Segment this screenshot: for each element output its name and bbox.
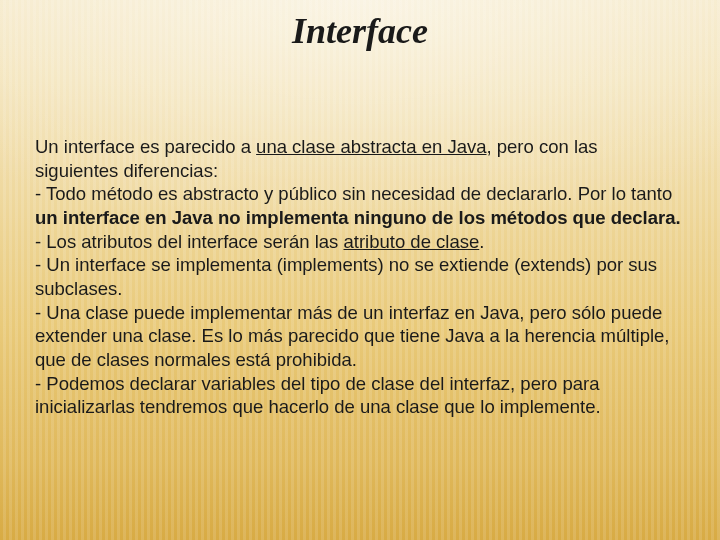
slide-title: Interface xyxy=(0,10,720,52)
bullet-2-a: - Los atributos del interface serán las xyxy=(35,231,344,252)
bullet-1-bold: un interface en Java no implementa ningu… xyxy=(35,207,681,228)
bullet-2-b: . xyxy=(479,231,484,252)
bullet-5: - Podemos declarar variables del tipo de… xyxy=(35,373,601,418)
link-abstract-class[interactable]: una clase abstracta en Java xyxy=(256,136,486,157)
link-class-attribute[interactable]: atributo de clase xyxy=(344,231,480,252)
bullet-4: - Una clase puede implementar más de un … xyxy=(35,302,670,370)
slide-body: Un interface es parecido a una clase abs… xyxy=(35,135,685,419)
bullet-1-a: - Todo método es abstracto y público sin… xyxy=(35,183,672,204)
bullet-3: - Un interface se implementa (implements… xyxy=(35,254,657,299)
intro-text-a: Un interface es parecido a xyxy=(35,136,256,157)
